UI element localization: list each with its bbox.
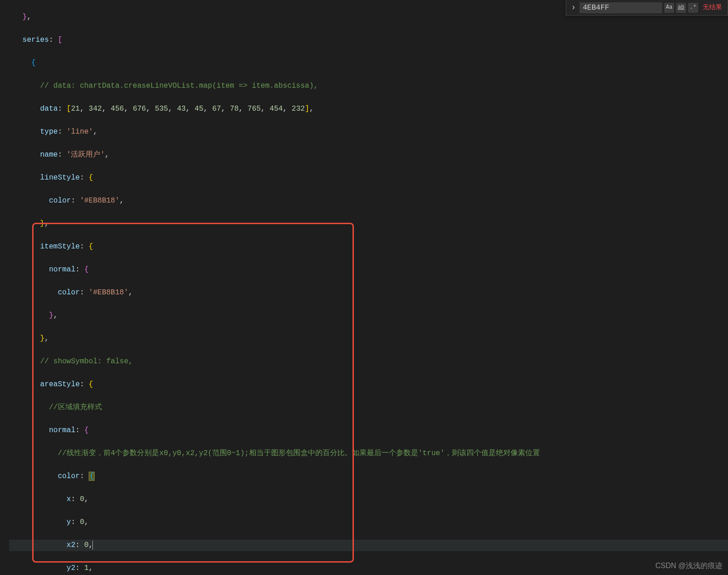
code-line: //线性渐变，前4个参数分别是x0,y0,x2,y2(范围0~1);相当于图形包… [9, 448, 728, 459]
code-line: areaStyle: { [9, 379, 728, 390]
code-line: x: 0, [9, 494, 728, 505]
code-line: color: '#EB8B18', [9, 195, 728, 207]
code-line: type: 'line', [9, 126, 728, 138]
code-line: }, [9, 218, 728, 230]
search-word-option[interactable]: ab [676, 3, 686, 13]
code-line: normal: { [9, 425, 728, 436]
watermark: CSDN @浅浅的痕迹 [655, 560, 722, 571]
code-line: series: [ [9, 34, 728, 46]
code-line: }, [9, 333, 728, 344]
code-line: }, [9, 310, 728, 321]
code-line: normal: { [9, 264, 728, 276]
search-expand-icon[interactable]: › [569, 2, 578, 13]
code-line: color: { [9, 471, 728, 482]
search-input[interactable] [580, 2, 662, 13]
code-line: itemStyle: { [9, 241, 728, 253]
code-line: y2: 1, [9, 563, 728, 574]
code-line: // data: chartData.creaseLineVOList.map(… [9, 80, 728, 92]
search-result-count: 无结果 [700, 2, 725, 13]
code-line: // showSymbol: false, [9, 356, 728, 367]
search-widget[interactable]: › Aa ab .* 无结果 [566, 0, 728, 16]
code-line: data: [21, 342, 456, 676, 535, 43, 45, 6… [9, 103, 728, 115]
code-editor[interactable]: }, series: [ { // data: chartData.crease… [0, 0, 728, 575]
search-regex-option[interactable]: .* [688, 3, 698, 13]
code-line-current: x2: 0, [9, 540, 728, 551]
search-case-option[interactable]: Aa [664, 3, 674, 13]
text-cursor [92, 541, 93, 550]
code-line: color: '#EB8B18', [9, 287, 728, 299]
code-line: name: '活跃用户', [9, 149, 728, 161]
code-line: lineStyle: { [9, 172, 728, 184]
code-line: { [9, 57, 728, 69]
code-line: //区域填充样式 [9, 402, 728, 413]
code-line: y: 0, [9, 517, 728, 528]
